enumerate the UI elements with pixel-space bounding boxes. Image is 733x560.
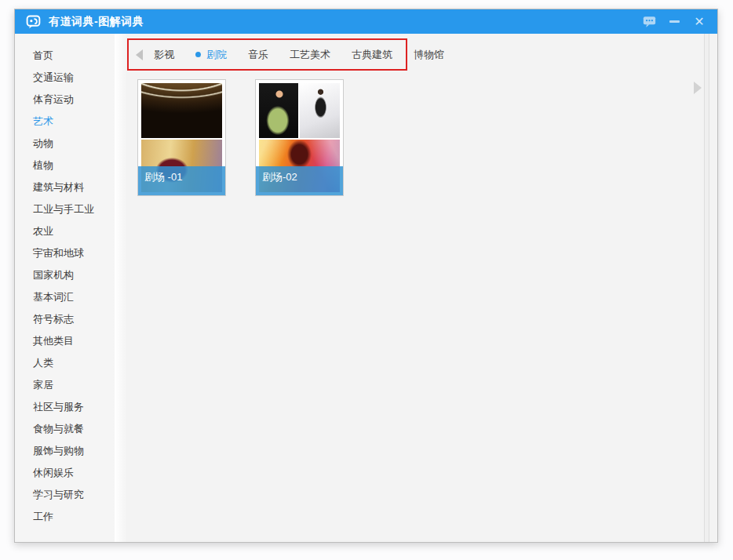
sidebar-item-2[interactable]: 体育运动 (15, 89, 115, 111)
tab-2[interactable]: 音乐 (248, 48, 268, 62)
sidebar-item-21[interactable]: 工作 (15, 506, 115, 528)
card-juchang-01[interactable]: 剧场 -01 (137, 79, 226, 196)
sidebar-item-12[interactable]: 符号标志 (15, 308, 115, 330)
card-label: 剧场-02 (256, 166, 343, 195)
sidebar-item-20[interactable]: 学习与研究 (15, 484, 115, 506)
tab-label: 剧院 (206, 48, 227, 62)
sidebar-item-1[interactable]: 交通运输 (15, 67, 115, 89)
minimize-button[interactable] (664, 13, 684, 31)
tab-4[interactable]: 古典建筑 (352, 48, 392, 62)
tab-label: 工艺美术 (290, 48, 330, 62)
sidebar-item-8[interactable]: 农业 (15, 220, 115, 242)
vertical-scrollbar[interactable] (704, 34, 709, 542)
tab-5[interactable]: 博物馆 (414, 48, 444, 62)
sidebar-item-7[interactable]: 工业与手工业 (15, 198, 115, 220)
thumbnail-grid: 剧场 -01 剧场-02 (137, 79, 344, 196)
selected-bullet-icon (195, 52, 201, 57)
category-sidebar: 首页交通运输体育运动艺术动物植物建筑与材料工业与手工业农业宇宙和地球国家机构基本… (15, 34, 115, 542)
close-button[interactable]: ✕ (689, 13, 709, 31)
sidebar-item-18[interactable]: 服饰与购物 (15, 440, 115, 462)
card-juchang-02[interactable]: 剧场-02 (255, 79, 344, 196)
sidebar-item-13[interactable]: 其他类目 (15, 330, 115, 352)
tab-0[interactable]: 影视 (154, 48, 174, 62)
subcategory-tabbar annotation-box: 影视剧院音乐工艺美术古典建筑博物馆 (127, 38, 407, 71)
youdao-dict-logo-icon (25, 13, 42, 30)
sidebar-item-0[interactable]: 首页 (15, 45, 115, 67)
titlebar: 有道词典-图解词典 ✕ (15, 9, 717, 34)
card-label: 剧场 -01 (138, 166, 225, 195)
content-area: 影视剧院音乐工艺美术古典建筑博物馆 剧场 -01 剧场-02 (115, 34, 717, 542)
sidebar-item-16[interactable]: 社区与服务 (15, 396, 115, 418)
tab-1[interactable]: 剧院 (195, 48, 227, 62)
tab-label: 古典建筑 (352, 48, 392, 62)
minimize-icon (669, 20, 680, 23)
sidebar-item-9[interactable]: 宇宙和地球 (15, 242, 115, 264)
tab-label: 博物馆 (414, 48, 444, 62)
sidebar-item-4[interactable]: 动物 (15, 133, 115, 155)
tab-label: 影视 (154, 48, 174, 62)
window-title: 有道词典-图解词典 (49, 15, 634, 29)
sidebar-item-11[interactable]: 基本词汇 (15, 286, 115, 308)
app-window: 有道词典-图解词典 ✕ 首页交通运输体育运动艺术动物植物建筑与材料工业与手工业农… (14, 9, 718, 543)
sidebar-item-10[interactable]: 国家机构 (15, 264, 115, 286)
sidebar-item-6[interactable]: 建筑与材料 (15, 176, 115, 198)
tab-3[interactable]: 工艺美术 (290, 48, 330, 62)
sidebar-item-19[interactable]: 休闲娱乐 (15, 462, 115, 484)
chevron-right-icon[interactable] (694, 82, 702, 94)
sidebar-item-15[interactable]: 家居 (15, 374, 115, 396)
close-icon: ✕ (694, 16, 704, 28)
theater-ceiling-photo (141, 83, 222, 138)
feedback-message-icon[interactable] (639, 13, 659, 31)
ballerina-photo (300, 83, 340, 138)
sidebar-item-5[interactable]: 植物 (15, 155, 115, 176)
chevron-left-icon[interactable] (136, 49, 143, 60)
sidebar-item-17[interactable]: 食物与就餐 (15, 418, 115, 440)
sidebar-item-14[interactable]: 人类 (15, 352, 115, 374)
sidebar-item-3[interactable]: 艺术 (15, 111, 115, 133)
tab-label: 音乐 (248, 48, 268, 62)
singer-photo (259, 83, 298, 138)
